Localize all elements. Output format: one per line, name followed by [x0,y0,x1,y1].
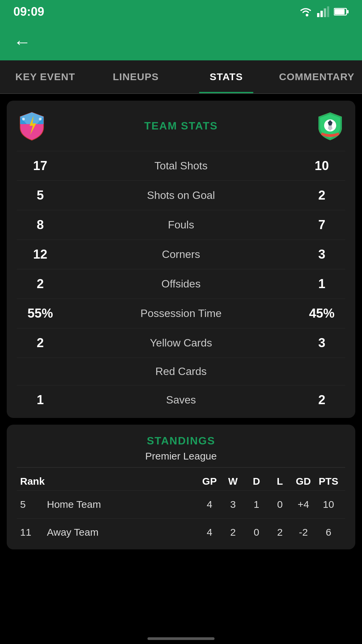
away-yellow-cards: 3 [302,336,342,350]
stat-row-possession: 55% Possession Time 45% [17,299,345,328]
home-possession: 55% [20,306,60,321]
col-header-w: W [221,476,245,487]
svg-rect-6 [347,10,349,13]
svg-rect-3 [327,6,329,17]
col-header-pts: PTS [315,476,342,487]
tab-stats[interactable]: STATS [181,60,272,93]
col-header-d: D [245,476,268,487]
standings-divider [17,467,345,468]
home-d: 1 [245,499,268,510]
away-possession: 45% [302,306,342,321]
away-gp: 4 [198,527,221,538]
team-stats-card: TEAM STATS 17 Total Shots 10 [7,101,355,418]
svg-rect-5 [335,9,345,14]
home-w: 3 [221,499,245,510]
standings-card: STANDINGS Premier League Rank GP W D L G… [7,425,355,549]
stat-label-fouls: Fouls [60,219,302,231]
stat-row-red-cards: Red Cards [17,358,345,385]
away-offsides: 1 [302,277,342,291]
svg-rect-2 [324,8,326,17]
team-stats-header: TEAM STATS [17,111,345,141]
svg-rect-1 [320,11,323,17]
wifi-icon [299,6,312,17]
home-pts: 10 [315,499,342,510]
away-team-name: Away Team [47,527,198,538]
standings-row-away: 11 Away Team 4 2 0 2 -2 6 [17,518,345,546]
top-bar: ← [0,23,362,60]
main-content: TEAM STATS 17 Total Shots 10 [0,94,362,570]
stat-label-saves: Saves [60,394,302,406]
col-header-gp: GP [198,476,221,487]
stat-label-shots-on-goal: Shots on Goal [60,189,302,202]
home-gd: +4 [292,499,315,510]
stat-label-possession: Possession Time [60,307,302,320]
home-rank: 5 [20,499,47,510]
battery-icon [334,7,349,16]
standings-title: STANDINGS [17,435,345,447]
home-gp: 4 [198,499,221,510]
away-gd: -2 [292,527,315,538]
home-corners: 12 [20,247,60,262]
away-shots-on-goal: 2 [302,188,342,203]
col-header-rank: Rank [20,476,47,487]
away-l: 2 [268,527,292,538]
stat-row-total-shots: 17 Total Shots 10 [17,151,345,180]
home-team-logo [17,111,47,141]
home-fouls: 8 [20,218,60,232]
col-header-l: L [268,476,292,487]
home-saves: 1 [20,393,60,407]
col-header-gd: GD [292,476,315,487]
svg-rect-0 [317,13,319,17]
home-l: 0 [268,499,292,510]
stat-label-total-shots: Total Shots [60,160,302,172]
stat-label-red-cards: Red Cards [60,365,302,378]
standings-subtitle: Premier League [17,450,345,462]
status-time: 09:09 [13,5,44,19]
away-saves: 2 [302,393,342,407]
home-yellow-cards: 2 [20,336,60,350]
status-icons [299,6,349,17]
svg-point-8 [22,118,25,120]
standings-header: Rank GP W D L GD PTS [17,472,345,490]
status-bar: 09:09 [0,0,362,23]
stat-row-saves: 1 Saves 2 [17,385,345,415]
standings-row-home: 5 Home Team 4 3 1 0 +4 10 [17,490,345,518]
stat-row-corners: 12 Corners 3 [17,239,345,269]
stat-row-shots-on-goal: 5 Shots on Goal 2 [17,180,345,210]
back-button[interactable]: ← [13,32,31,52]
away-pts: 6 [315,527,342,538]
tab-bar: KEY EVENT LINEUPS STATS COMMENTARY [0,60,362,94]
away-d: 0 [245,527,268,538]
away-w: 2 [221,527,245,538]
stat-label-corners: Corners [60,248,302,261]
away-team-logo [315,111,345,141]
svg-point-9 [39,118,42,120]
away-total-shots: 10 [302,159,342,173]
home-shots-on-goal: 5 [20,188,60,203]
signal-icon [317,6,329,17]
team-stats-title: TEAM STATS [144,120,218,132]
bottom-nav-indicator [147,637,215,640]
tab-lineups[interactable]: LINEUPS [90,60,181,93]
stat-label-yellow-cards: Yellow Cards [60,337,302,349]
home-offsides: 2 [20,277,60,291]
tab-key-event[interactable]: KEY EVENT [0,60,90,93]
tab-commentary[interactable]: COMMENTARY [272,60,362,93]
home-total-shots: 17 [20,159,60,173]
away-corners: 3 [302,247,342,262]
stat-label-offsides: Offsides [60,278,302,290]
away-rank: 11 [20,527,47,538]
away-fouls: 7 [302,218,342,232]
stat-row-fouls: 8 Fouls 7 [17,210,345,239]
stat-row-yellow-cards: 2 Yellow Cards 3 [17,328,345,358]
home-team-name: Home Team [47,499,198,510]
stat-row-offsides: 2 Offsides 1 [17,269,345,299]
